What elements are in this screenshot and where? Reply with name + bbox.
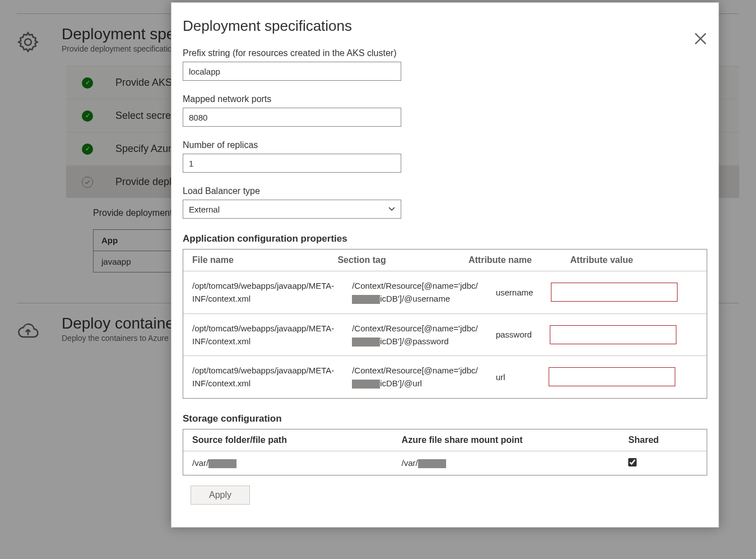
storage-row: /var/ /var/: [183, 451, 707, 475]
source-cell: /var/: [183, 451, 393, 475]
config-row: /opt/tomcat9/webapps/javaapp/META-INF/co…: [183, 271, 707, 314]
section-cell: /Context/Resource[@name='jdbc/icDB']/@pa…: [343, 314, 486, 356]
lb-select[interactable]: External: [183, 200, 401, 219]
ports-input[interactable]: [183, 108, 401, 127]
attr-value-input[interactable]: [550, 325, 676, 344]
attr-value-input[interactable]: [549, 367, 675, 386]
attr-cell: username: [487, 278, 542, 307]
lb-label: Load Balancer type: [183, 186, 707, 196]
deployment-spec-modal: Deployment specifications Prefix string …: [171, 2, 719, 528]
modal-title: Deployment specifications: [183, 17, 707, 35]
attr-value-input[interactable]: [551, 283, 678, 302]
modal-overlay[interactable]: Deployment specifications Prefix string …: [0, 0, 756, 559]
prefix-label: Prefix string (for resources created in …: [183, 48, 707, 58]
close-button[interactable]: [693, 31, 708, 47]
col-mount: Azure file share mount point: [393, 429, 620, 451]
replicas-input[interactable]: [183, 154, 401, 173]
redacted-text: [208, 459, 236, 468]
file-cell: /opt/tomcat9/webapps/javaapp/META-INF/co…: [183, 314, 343, 356]
replicas-label: Number of replicas: [183, 140, 707, 150]
apply-button[interactable]: Apply: [191, 486, 250, 505]
storage-config-label: Storage configuration: [183, 413, 707, 424]
ports-label: Mapped network ports: [183, 94, 707, 104]
col-file: File name: [183, 250, 328, 271]
redacted-text: [352, 338, 380, 347]
app-config-table: File name Section tag Attribute name Att…: [183, 249, 707, 399]
prefix-input[interactable]: [183, 62, 401, 81]
section-cell: /Context/Resource[@name='jdbc/icDB']/@ur…: [343, 356, 486, 398]
shared-checkbox[interactable]: [628, 458, 637, 466]
attr-cell: url: [487, 363, 540, 391]
attr-cell: password: [487, 320, 541, 349]
col-source: Source folder/file path: [183, 429, 393, 451]
close-icon: [693, 31, 708, 47]
file-cell: /opt/tomcat9/webapps/javaapp/META-INF/co…: [183, 356, 343, 398]
col-attr: Attribute name: [460, 250, 562, 271]
redacted-text: [418, 459, 446, 468]
col-section: Section tag: [328, 250, 460, 271]
section-cell: /Context/Resource[@name='jdbc/icDB']/@us…: [343, 271, 486, 313]
redacted-text: [352, 380, 380, 389]
redacted-text: [352, 295, 380, 304]
mount-cell: /var/: [393, 451, 620, 475]
app-config-label: Application configuration properties: [183, 233, 707, 244]
config-row: /opt/tomcat9/webapps/javaapp/META-INF/co…: [183, 314, 707, 357]
storage-config-table: Source folder/file path Azure file share…: [183, 429, 707, 475]
config-row: /opt/tomcat9/webapps/javaapp/META-INF/co…: [183, 356, 707, 398]
file-cell: /opt/tomcat9/webapps/javaapp/META-INF/co…: [183, 271, 343, 313]
col-value: Attribute value: [562, 250, 707, 271]
col-shared: Shared: [619, 429, 707, 451]
